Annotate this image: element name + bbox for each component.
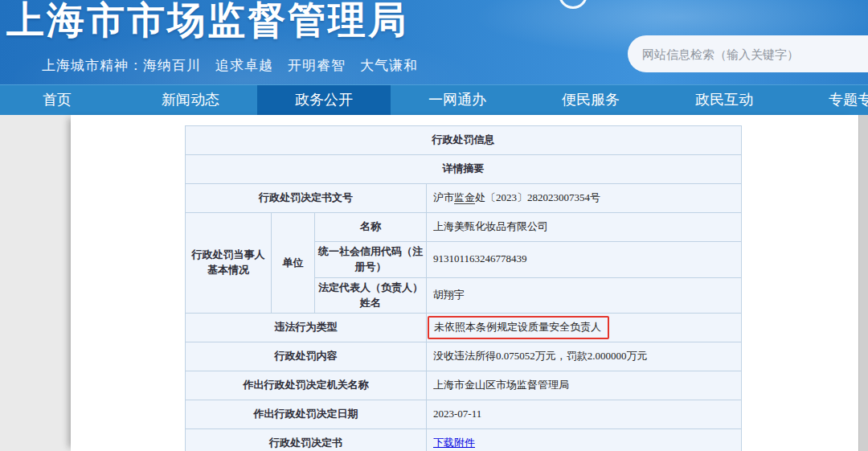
penalty-content-label: 行政处罚内容 <box>186 342 427 371</box>
site-search-input[interactable] <box>628 35 868 72</box>
doc-number-value: 沪市监金处〔2023〕282023007354号 <box>427 184 742 213</box>
doc-number-suffix: 处〔2023〕282023007354号 <box>475 191 600 203</box>
red-annotation-box: 未依照本条例规定设质量安全负责人 <box>428 316 609 339</box>
violation-type-value: 未依照本条例规定设质量安全负责人 <box>427 314 742 342</box>
company-name-value: 上海美甄化妆品有限公司 <box>427 213 742 242</box>
legal-representative-value: 胡翔宇 <box>427 277 742 314</box>
nav-tab-government-affairs[interactable]: 政务公开 <box>257 85 391 115</box>
party-type-label: 单位 <box>272 213 315 314</box>
nav-tab-news[interactable]: 新闻动态 <box>124 85 257 115</box>
table-row: 违法行为类型 未依照本条例规定设质量安全负责人 <box>186 314 742 342</box>
decision-document-value: 下载附件 <box>427 429 742 451</box>
nav-tab-public-interaction[interactable]: 政民互动 <box>657 85 791 115</box>
penalty-info-table: 行政处罚信息 详情摘要 行政处罚决定书文号 沪市监金处〔2023〕2820230… <box>185 125 742 451</box>
party-group-label: 行政处罚当事人基本情况 <box>186 213 272 314</box>
deciding-authority-value: 上海市金山区市场监督管理局 <box>427 371 742 400</box>
legal-representative-label: 法定代表人（负责人）姓名 <box>315 277 427 314</box>
table-row: 行政处罚当事人基本情况 单位 名称 上海美甄化妆品有限公司 <box>186 213 742 242</box>
penalty-content-value: 没收违法所得0.075052万元，罚款2.000000万元 <box>427 342 742 371</box>
site-title: 上海市市场监督管理局 <box>6 0 408 46</box>
decision-date-value: 2023-07-11 <box>427 400 742 429</box>
page-left-gutter <box>0 115 71 451</box>
nav-tab-home[interactable]: 首页 <box>0 85 124 115</box>
decision-document-label: 行政处罚决定书 <box>186 429 427 451</box>
deciding-authority-label: 作出行政处罚决定机关名称 <box>186 371 427 400</box>
decorative-circle-icon <box>559 0 588 9</box>
company-name-label: 名称 <box>315 213 427 242</box>
credit-code-label: 统一社会信用代码（注册号） <box>315 242 427 278</box>
doc-number-label: 行政处罚决定书文号 <box>186 184 427 213</box>
table-row: 作出行政处罚决定机关名称 上海市金山区市场监督管理局 <box>186 371 742 400</box>
table-row: 作出行政处罚决定日期 2023-07-11 <box>186 400 742 429</box>
table-subtitle: 详情摘要 <box>186 155 742 184</box>
nav-tab-one-stop-service[interactable]: 一网通办 <box>391 85 524 115</box>
table-row: 行政处罚内容 没收违法所得0.075052万元，罚款2.000000万元 <box>186 342 742 371</box>
table-row: 详情摘要 <box>186 155 742 184</box>
download-attachment-link[interactable]: 下载附件 <box>433 437 475 449</box>
nav-tab-special-topics[interactable]: 专题专栏 <box>791 85 868 115</box>
table-row: 行政处罚信息 <box>186 126 742 155</box>
city-spirit-tagline: 上海城市精神：海纳百川 追求卓越 开明睿智 大气谦和 <box>42 56 418 75</box>
doc-number-underlined: 监金 <box>454 191 475 204</box>
nav-tab-public-service[interactable]: 便民服务 <box>524 85 657 115</box>
table-row: 行政处罚决定书文号 沪市监金处〔2023〕282023007354号 <box>186 184 742 213</box>
main-navigation: 首页 新闻动态 政务公开 一网通办 便民服务 政民互动 专题专栏 <box>0 84 868 115</box>
decision-date-label: 作出行政处罚决定日期 <box>186 400 427 429</box>
credit-code-value: 913101163246778439 <box>427 242 742 278</box>
site-header: 上海市市场监督管理局 上海城市精神：海纳百川 追求卓越 开明睿智 大气谦和 <box>0 0 868 84</box>
doc-number-prefix: 沪市 <box>433 191 454 203</box>
nav-items: 首页 新闻动态 政务公开 一网通办 便民服务 政民互动 专题专栏 <box>0 85 868 115</box>
table-title: 行政处罚信息 <box>186 126 742 155</box>
violation-type-label: 违法行为类型 <box>186 314 427 342</box>
scrollbar-track[interactable] <box>858 115 868 451</box>
table-row: 行政处罚决定书 下载附件 <box>186 429 742 451</box>
